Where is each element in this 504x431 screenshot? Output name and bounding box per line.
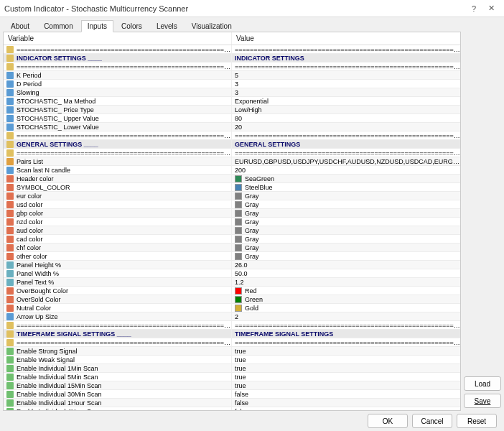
value-cell[interactable]: 200 xyxy=(232,166,460,175)
table-row[interactable]: ========================================… xyxy=(4,62,460,71)
tab-inputs[interactable]: Inputs xyxy=(81,20,113,32)
table-row[interactable]: OverBought ColorRed xyxy=(4,287,460,295)
value-cell[interactable]: 3 xyxy=(232,88,460,97)
value-cell[interactable]: 20 xyxy=(232,123,460,131)
column-header-value[interactable]: Value xyxy=(232,32,460,45)
value-cell[interactable]: ========================================… xyxy=(232,45,460,54)
value-cell[interactable]: false xyxy=(232,399,460,407)
value-cell[interactable]: false xyxy=(232,390,460,399)
value-cell[interactable]: Gray xyxy=(232,218,460,226)
value-cell[interactable]: true xyxy=(232,356,460,364)
value-cell[interactable]: 5 xyxy=(232,71,460,80)
table-row[interactable]: ========================================… xyxy=(4,45,460,54)
value-cell[interactable]: ========================================… xyxy=(232,131,460,140)
value-cell[interactable]: EURUSD,GBPUSD,USDJPY,USDCHF,AUDUSD,NZDUS… xyxy=(232,157,460,166)
table-row[interactable]: Slowing3 xyxy=(4,88,460,97)
table-row[interactable]: GENERAL SETTINGS ____GENERAL SETTINGS xyxy=(4,140,460,149)
value-cell[interactable]: ========================================… xyxy=(232,149,460,157)
table-row[interactable]: Panel Text %1.2 xyxy=(4,278,460,287)
table-row[interactable]: ========================================… xyxy=(4,321,460,330)
table-row[interactable]: Panel Width %50.0 xyxy=(4,269,460,278)
value-cell[interactable]: SteelBlue xyxy=(232,183,460,192)
table-row[interactable]: ========================================… xyxy=(4,149,460,157)
value-cell[interactable]: Gray xyxy=(232,209,460,218)
value-cell[interactable]: false xyxy=(232,407,460,411)
value-cell[interactable]: SeaGreen xyxy=(232,175,460,183)
value-cell[interactable]: Gray xyxy=(232,244,460,252)
table-row[interactable]: Enable Individual 1Hour Scanfalse xyxy=(4,399,460,407)
table-row[interactable]: STOCHASTIC_ Upper Value80 xyxy=(4,114,460,123)
table-row[interactable]: Scan last N candle200 xyxy=(4,166,460,175)
table-row[interactable]: gbp colorGray xyxy=(4,209,460,218)
table-row[interactable]: Enable Individual 4Hour Scanfalse xyxy=(4,407,460,410)
table-row[interactable]: STOCHASTIC_ Lower Value20 xyxy=(4,123,460,131)
table-row[interactable]: OverSold ColorGreen xyxy=(4,295,460,304)
table-row[interactable]: Header colorSeaGreen xyxy=(4,175,460,183)
value-cell[interactable]: 26.0 xyxy=(232,261,460,269)
load-button[interactable]: Load xyxy=(464,376,501,391)
cancel-button[interactable]: Cancel xyxy=(412,414,452,428)
value-cell[interactable]: Gray xyxy=(232,200,460,209)
table-row[interactable]: Enable Strong Signaltrue xyxy=(4,347,460,356)
value-cell[interactable]: true xyxy=(232,364,460,373)
close-button[interactable]: ✕ xyxy=(482,0,500,17)
ok-button[interactable]: OK xyxy=(368,414,408,428)
table-row[interactable]: INDICATOR SETTINGS ____INDICATOR SETTING… xyxy=(4,54,460,62)
table-row[interactable]: usd colorGray xyxy=(4,200,460,209)
value-cell[interactable]: true xyxy=(232,381,460,390)
value-cell[interactable]: ========================================… xyxy=(232,321,460,330)
value-cell[interactable]: Gold xyxy=(232,304,460,312)
table-row[interactable]: eur colorGray xyxy=(4,192,460,200)
table-row[interactable]: aud colorGray xyxy=(4,226,460,235)
value-cell[interactable]: 2 xyxy=(232,312,460,321)
table-row[interactable]: STOCHASTIC_ Ma MethodExponential xyxy=(4,97,460,106)
value-cell[interactable]: Gray xyxy=(232,192,460,200)
reset-button[interactable]: Reset xyxy=(457,414,497,428)
value-cell[interactable]: true xyxy=(232,373,460,381)
value-cell[interactable]: 50.0 xyxy=(232,269,460,278)
value-cell[interactable]: Gray xyxy=(232,226,460,235)
table-row[interactable]: Pairs ListEURUSD,GBPUSD,USDJPY,USDCHF,AU… xyxy=(4,157,460,166)
table-row[interactable]: cad colorGray xyxy=(4,235,460,244)
table-row[interactable]: D Period3 xyxy=(4,80,460,88)
save-button[interactable]: Save xyxy=(464,394,501,408)
table-row[interactable]: ========================================… xyxy=(4,131,460,140)
table-row[interactable]: STOCHASTIC_ Price TypeLow/High xyxy=(4,106,460,114)
table-row[interactable]: Enable Individual 15Min Scantrue xyxy=(4,381,460,390)
value-cell[interactable]: Red xyxy=(232,287,460,295)
help-button[interactable]: ? xyxy=(465,0,482,17)
table-row[interactable]: ========================================… xyxy=(4,338,460,347)
table-row[interactable]: Panel Height %26.0 xyxy=(4,261,460,269)
table-row[interactable]: K Period5 xyxy=(4,71,460,80)
tab-visualization[interactable]: Visualization xyxy=(185,20,238,32)
table-row[interactable]: Enable Weak Signaltrue xyxy=(4,356,460,364)
table-row[interactable]: SYMBOL_COLORSteelBlue xyxy=(4,183,460,192)
grid-body[interactable]: ========================================… xyxy=(4,45,460,410)
value-cell[interactable]: TIMEFRAME SIGNAL SETTINGS xyxy=(232,330,460,338)
value-cell[interactable]: 3 xyxy=(232,80,460,88)
column-header-variable[interactable]: Variable xyxy=(4,32,232,45)
value-cell[interactable]: true xyxy=(232,347,460,356)
value-cell[interactable]: ========================================… xyxy=(232,62,460,71)
tab-levels[interactable]: Levels xyxy=(150,20,184,32)
value-cell[interactable]: Gray xyxy=(232,235,460,244)
tab-colors[interactable]: Colors xyxy=(115,20,149,32)
table-row[interactable]: Enable Individual 30Min Scanfalse xyxy=(4,390,460,399)
value-cell[interactable]: 80 xyxy=(232,114,460,123)
value-cell[interactable]: Exponential xyxy=(232,97,460,106)
table-row[interactable]: TIMEFRAME SIGNAL SETTINGS ____TIMEFRAME … xyxy=(4,330,460,338)
value-cell[interactable]: INDICATOR SETTINGS xyxy=(232,54,460,62)
table-row[interactable]: Arrow Up Size2 xyxy=(4,312,460,321)
table-row[interactable]: Nutral ColorGold xyxy=(4,304,460,312)
value-cell[interactable]: Gray xyxy=(232,252,460,261)
value-cell[interactable]: 1.2 xyxy=(232,278,460,287)
tab-about[interactable]: About xyxy=(4,20,36,32)
value-cell[interactable]: Green xyxy=(232,295,460,304)
value-cell[interactable]: Low/High xyxy=(232,106,460,114)
table-row[interactable]: other colorGray xyxy=(4,252,460,261)
table-row[interactable]: nzd colorGray xyxy=(4,218,460,226)
value-cell[interactable]: ========================================… xyxy=(232,338,460,347)
table-row[interactable]: Enable Individual 5Min Scantrue xyxy=(4,373,460,381)
table-row[interactable]: Enable Individual 1Min Scantrue xyxy=(4,364,460,373)
tab-common[interactable]: Common xyxy=(37,20,80,32)
